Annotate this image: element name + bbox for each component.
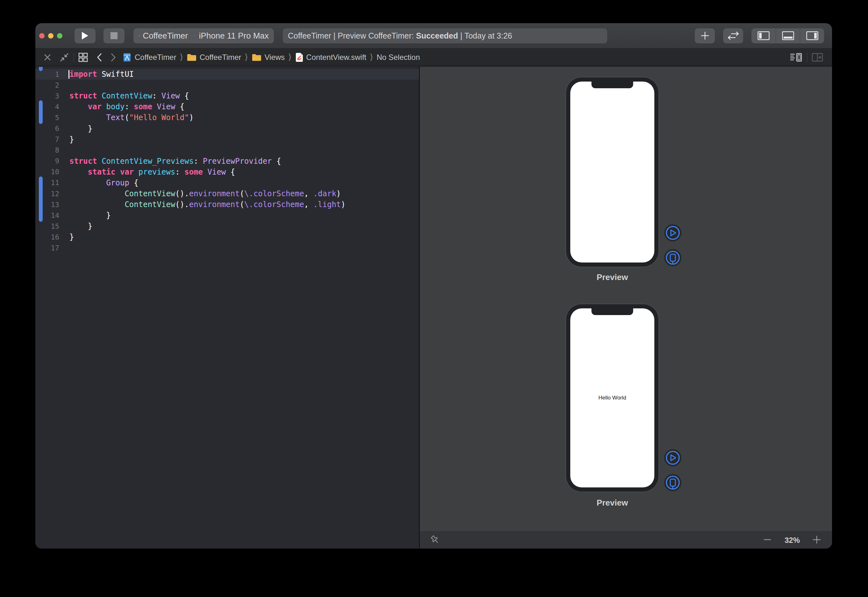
preview-on-device-button[interactable] xyxy=(664,249,681,266)
live-preview-button[interactable] xyxy=(664,449,681,466)
plus-icon xyxy=(812,535,822,544)
breadcrumb-separator: ⟩ xyxy=(179,52,184,62)
device-icon xyxy=(194,31,196,40)
live-preview-button[interactable] xyxy=(664,224,681,242)
canvas-zoom-level: 32% xyxy=(781,536,803,545)
code-line[interactable]: 2 xyxy=(36,80,419,91)
go-back-button[interactable] xyxy=(97,53,102,62)
run-button[interactable] xyxy=(74,28,96,43)
stop-button[interactable] xyxy=(104,28,124,43)
collapse-arrows-icon xyxy=(59,53,69,62)
preview-screen-text: Hello World xyxy=(598,395,626,401)
line-number: 3 xyxy=(36,92,59,100)
activity-status-bar[interactable]: CoffeeTimer | Preview CoffeeTimer: Succe… xyxy=(283,28,607,43)
close-window-button[interactable] xyxy=(39,33,44,39)
zoom-in-button[interactable] xyxy=(812,535,822,546)
zoom-window-button[interactable] xyxy=(57,33,62,39)
close-icon xyxy=(44,53,51,61)
chevron-right-icon xyxy=(191,32,191,39)
zoom-out-button[interactable] xyxy=(763,535,772,545)
jumpbar-divider xyxy=(807,53,807,62)
code-line[interactable]: 11 Group { xyxy=(36,177,419,188)
phone-notch xyxy=(592,82,633,88)
source-editor[interactable]: 1import SwiftUI23struct ContentView: Vie… xyxy=(36,67,419,549)
phone-notch xyxy=(592,308,633,315)
swap-arrows-icon xyxy=(728,31,739,40)
toggle-navigator-button[interactable] xyxy=(751,28,776,43)
code-text: ContentView().environment(\.colorScheme,… xyxy=(70,189,341,198)
change-marker-dot[interactable] xyxy=(39,67,43,71)
toggle-inspector-button[interactable] xyxy=(800,28,824,43)
split-editor-plus-icon xyxy=(812,53,823,62)
left-panel-icon xyxy=(757,31,770,40)
go-forward-button[interactable] xyxy=(111,53,116,62)
close-editor-button[interactable] xyxy=(44,53,51,61)
line-number: 16 xyxy=(36,233,59,241)
code-line[interactable]: 10 static var previews: some View { xyxy=(36,166,419,177)
collapse-editor-button[interactable] xyxy=(59,53,69,62)
code-area[interactable]: 1import SwiftUI23struct ContentView: Vie… xyxy=(36,69,419,254)
project-icon xyxy=(122,53,132,62)
breadcrumb-group[interactable]: CoffeeTimer xyxy=(187,53,241,62)
minimize-window-button[interactable] xyxy=(48,33,53,39)
line-number: 17 xyxy=(36,244,59,252)
code-line[interactable]: 4 var body: some View { xyxy=(36,101,419,112)
plus-icon xyxy=(701,31,710,40)
preview-screen[interactable] xyxy=(570,82,654,263)
change-marker-bar[interactable] xyxy=(39,100,43,124)
breadcrumb: CoffeeTimer ⟩ CoffeeTimer ⟩ Views ⟩ xyxy=(122,52,420,62)
line-number: 10 xyxy=(36,168,59,176)
play-icon xyxy=(81,31,89,40)
device-preview-frame: Hello World xyxy=(566,304,659,492)
code-line[interactable]: 7} xyxy=(36,134,419,145)
add-editor-button[interactable] xyxy=(812,53,823,62)
pin-preview-button[interactable] xyxy=(429,534,441,547)
code-line[interactable]: 17 xyxy=(36,243,419,254)
code-line[interactable]: 16} xyxy=(36,232,419,242)
app-scheme-icon xyxy=(139,30,140,41)
xcode-window: CoffeeTimer iPhone 11 Pro Max CoffeeTime… xyxy=(36,23,832,549)
line-number: 6 xyxy=(36,125,59,132)
minus-icon xyxy=(763,535,772,544)
preview-label: Preview xyxy=(566,498,659,508)
device-circle-icon xyxy=(665,475,680,490)
code-line[interactable]: 14 } xyxy=(36,210,419,221)
folder-icon xyxy=(187,53,197,61)
related-items-button[interactable] xyxy=(79,53,88,62)
code-line[interactable]: 12 ContentView().environment(\.colorSche… xyxy=(36,188,419,199)
code-line[interactable]: 6 } xyxy=(36,123,419,134)
breadcrumb-file[interactable]: ContentView.swift xyxy=(295,53,366,62)
adjust-editor-options-button[interactable] xyxy=(789,53,803,62)
toggle-debug-area-button[interactable] xyxy=(776,28,800,43)
code-line[interactable]: 13 ContentView().environment(\.colorSche… xyxy=(36,199,419,210)
chevron-left-icon xyxy=(97,53,102,62)
preview-screen[interactable]: Hello World xyxy=(570,308,654,487)
text-caret xyxy=(68,70,70,79)
jumpbar-divider xyxy=(74,53,74,62)
code-line[interactable]: 9struct ContentView_Previews: PreviewPro… xyxy=(36,156,419,166)
canvas-bottom-bar: 32% xyxy=(420,532,832,549)
breadcrumb-views-group[interactable]: Views xyxy=(252,53,285,62)
code-line[interactable]: 5 Text("Hello World") xyxy=(36,112,419,123)
breadcrumb-selection[interactable]: No Selection xyxy=(377,53,420,62)
traffic-lights xyxy=(39,33,62,39)
breadcrumb-project[interactable]: CoffeeTimer xyxy=(122,53,176,62)
code-line[interactable]: 3struct ContentView: View { xyxy=(36,91,419,101)
change-marker-bar[interactable] xyxy=(39,177,43,222)
code-line[interactable]: 1import SwiftUI xyxy=(36,69,419,80)
line-number: 9 xyxy=(36,157,59,165)
code-line[interactable]: 8 xyxy=(36,145,419,156)
preview-on-device-button[interactable] xyxy=(664,474,681,491)
pin-icon xyxy=(429,534,441,545)
breadcrumb-label: CoffeeTimer xyxy=(200,53,241,62)
breadcrumb-separator: ⟩ xyxy=(287,52,292,62)
swap-editor-button[interactable] xyxy=(723,28,743,43)
code-line[interactable]: 15 } xyxy=(36,221,419,232)
library-add-button[interactable] xyxy=(695,28,715,43)
code-text: struct ContentView_Previews: PreviewProv… xyxy=(70,157,281,166)
line-number: 7 xyxy=(36,135,59,143)
scheme-selector[interactable]: CoffeeTimer iPhone 11 Pro Max xyxy=(133,28,274,43)
line-number: 8 xyxy=(36,146,59,154)
stop-icon xyxy=(111,32,117,39)
code-text: } xyxy=(70,124,92,133)
